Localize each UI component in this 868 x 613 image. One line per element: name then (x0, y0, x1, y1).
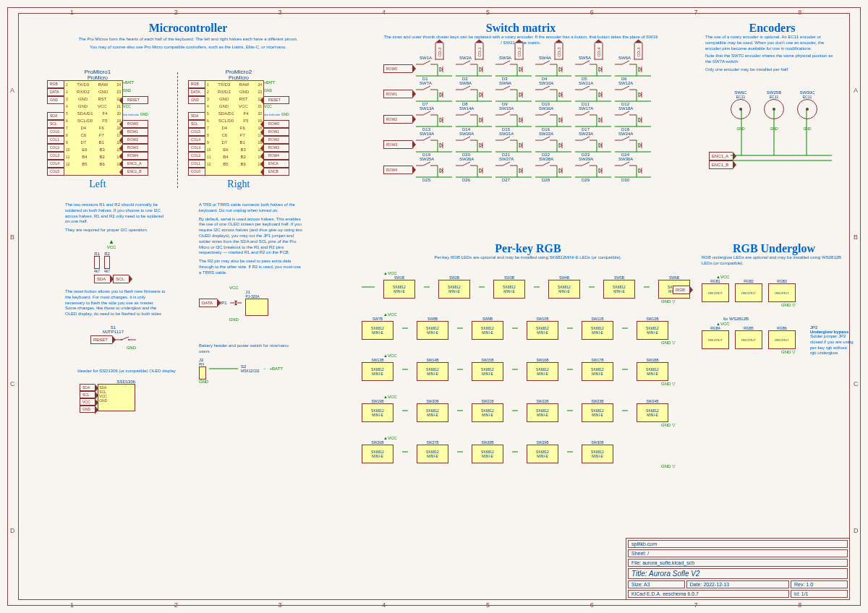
led-ic: SK6812MINI-E (637, 321, 668, 340)
sw-cell: SW29A D29 (571, 157, 611, 182)
net-COL0: COL0 (47, 128, 64, 136)
oled-desc: Header for SSD1306 (or compatible) OLED … (72, 369, 181, 374)
ug-chain-label: 6x WS2812B (723, 317, 749, 321)
net-ROW0: ROW0 (383, 64, 412, 73)
net-enc1a: ENC1_A (709, 152, 733, 160)
led-ic: SK6812MINI-E (582, 445, 613, 463)
net-scl: SCL (113, 275, 129, 283)
net-SDA: SDA (188, 112, 205, 120)
ruler-h: 8 (798, 9, 801, 16)
net-ROW1: ROW1 (383, 90, 412, 98)
svg-line-31 (582, 61, 590, 64)
ruler-h: 2 (174, 601, 178, 609)
ruler-v: B (854, 233, 858, 241)
net-SCL: SCL (80, 391, 95, 398)
net-ROW1: ROW1 (264, 128, 289, 136)
ruler-v: C (854, 380, 859, 387)
svg-line-175 (582, 162, 590, 166)
led-ic: SK6812MINI-E (472, 403, 503, 422)
net-ROW2: ROW2 (383, 115, 412, 124)
led-ic: SK6812MINI-E (548, 280, 580, 299)
ug-ic: DIN DOUT (768, 330, 796, 349)
led-ic: SK6812MINI-E (582, 362, 613, 381)
net-RGB: RGB (188, 80, 205, 88)
ug-ic: DIN DOUT (768, 283, 796, 302)
ruler-h: 8 (798, 601, 801, 609)
net-SDA: SDA (80, 384, 95, 391)
svg-line-43 (423, 86, 430, 90)
net-COL1: COL1 (47, 136, 64, 144)
resistors-desc: The two resistors R1 and R2 should norma… (65, 202, 166, 225)
sw-cell: SW8A D8 (452, 81, 492, 106)
ug-ic: DIN DOUT (702, 283, 729, 302)
svg-line-97 (542, 111, 550, 115)
led-ic: SK6812MINI-E (362, 403, 393, 422)
sw-cell: SW19A D19 (412, 132, 452, 157)
svg-line-2 (122, 337, 129, 340)
svg-line-103 (582, 111, 590, 115)
svg-line-19 (503, 61, 510, 64)
led-ic: SK6812MINI-E (472, 362, 503, 381)
svg-line-13 (463, 61, 470, 64)
sw-cell: SW18A D18 (611, 106, 651, 132)
net-GND: GND (80, 406, 95, 413)
sw-cell: SW3A D3 (492, 56, 532, 81)
net-COL1: COL1 (188, 160, 205, 168)
ruler-h: 3 (278, 9, 281, 16)
ug-ic: DIN DOUT (702, 330, 729, 349)
net-ROW2: ROW2 (123, 136, 148, 144)
mcu-desc2: You may of course also use Pro Micro com… (72, 45, 304, 51)
switch-sym (114, 335, 136, 344)
trrs-desc3: The R2 pin may also be used to pass extr… (199, 259, 304, 275)
mcu-desc1: The Pro Micros form the hearts of each h… (72, 37, 304, 43)
net-ENCB: ENCB (264, 168, 289, 176)
ruler-h: 6 (590, 9, 594, 16)
ruler-h: 5 (486, 601, 490, 609)
net-ROW4: ROW4 (123, 152, 148, 160)
net-ENC1_B: ENC1_B (123, 168, 148, 176)
svg-line-79 (423, 111, 430, 115)
ruler-v: A (854, 87, 858, 94)
net-GND: GND (188, 96, 205, 104)
ruler-h: 1 (70, 601, 74, 609)
sw-cell: SW5A D5 (571, 56, 611, 81)
net-ROW2: ROW2 (264, 136, 289, 144)
sw-cell: SW7A D7 (412, 81, 452, 106)
net-data: DATA (199, 299, 217, 307)
led-ic: SK6812MINI-E (582, 321, 613, 340)
ug-desc: RGB underglow LEDs are optional and may … (702, 255, 846, 267)
sw-cell: SW6A D6 (611, 56, 651, 81)
sw-cell: SW22A D22 (532, 132, 571, 157)
ruler-h: 4 (382, 601, 386, 609)
ug-bypass-desc: Solder jumper JP2 closed if you are usin… (810, 334, 854, 356)
led-ic: SK6812MINI-E (438, 280, 470, 299)
led-ic: SK6812MINI-E (362, 445, 393, 463)
sw-cell: SW1A D1 (412, 56, 452, 81)
title-block: splitkb.com Sheet: / File: aurora_sofle.… (626, 538, 850, 600)
enc-desc2: Note that the SW7C encoder shares the sa… (705, 53, 839, 65)
sw-cell: SW10A D10 (532, 81, 571, 106)
net-ENCA: ENCA (264, 160, 289, 168)
led-ic: SK6812MINI-E (527, 445, 558, 463)
r2-ref: R2 (104, 252, 110, 256)
jp1-sym (229, 299, 243, 306)
svg-line-91 (503, 111, 510, 115)
led-ic: SK6812MINI-E (493, 280, 525, 299)
sw-cell: SW4A D4 (532, 56, 571, 81)
sw-cell: SW17A D17 (571, 106, 611, 132)
svg-line-151 (423, 162, 430, 166)
sw-cell: SW24A D24 (611, 132, 651, 157)
ruler-v: C (10, 380, 15, 387)
led-ic: SK6812MINI-E (637, 362, 668, 381)
net-SCL: SCL (188, 120, 205, 128)
net-ROW0: ROW0 (264, 120, 289, 128)
ruler-h: 6 (590, 601, 594, 609)
vcc-arrow: ▲ (94, 239, 129, 245)
sw-cell: SW9A D9 (492, 81, 532, 106)
matrix-title: Switch matrix (383, 22, 658, 35)
net-ROW1: ROW1 (123, 128, 148, 136)
svg-line-181 (622, 162, 629, 166)
trrs-desc2: By default, serial is used across halves… (199, 217, 304, 257)
sw-cell: SW12A D12 (611, 81, 651, 106)
sw-cell: SW13A D13 (412, 106, 452, 132)
